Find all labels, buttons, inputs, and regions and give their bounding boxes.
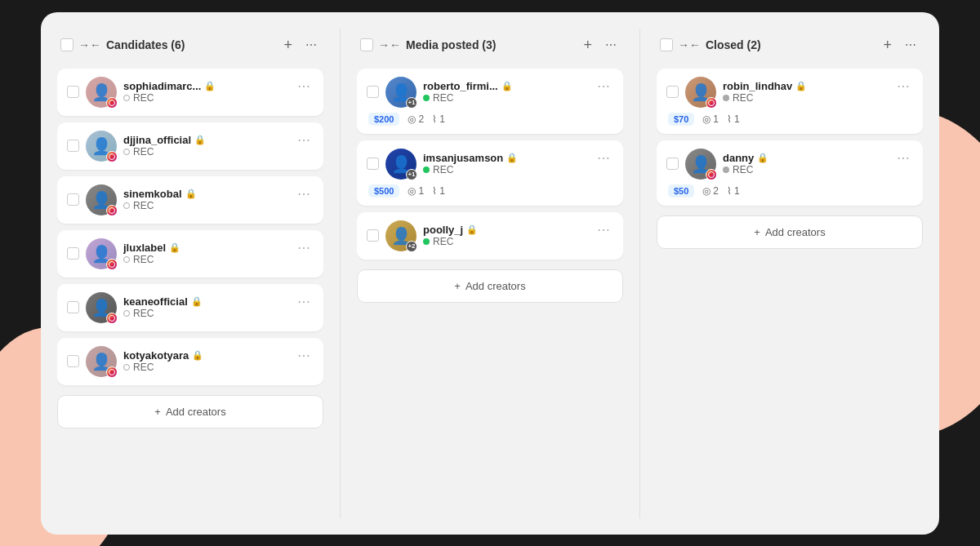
rec-status-dot (423, 95, 430, 101)
column-menu-button[interactable]: ⋯ (602, 37, 620, 53)
rec-status-dot (723, 95, 729, 101)
card-checkbox[interactable] (666, 158, 679, 170)
creator-card: 👤 +2 poolly_j 🔒 REC ⋯ (357, 212, 623, 260)
cards-area: 👤 +1 roberto_firmi... 🔒 REC ⋯ (357, 69, 623, 518)
creator-card: 👤 kotyakotyara 🔒 REC ⋯ (57, 338, 323, 385)
creator-name: jluxlabel 🔒 (123, 242, 287, 254)
column-add-button[interactable]: + (578, 35, 597, 55)
instagram-badge (106, 313, 118, 324)
card-checkbox[interactable] (367, 86, 379, 98)
column-arrows-icon: →← (378, 38, 401, 51)
card-menu-button[interactable]: ⋯ (594, 149, 613, 167)
rec-label: REC (733, 164, 753, 175)
card-top: 👤 keaneofficial 🔒 REC ⋯ (67, 292, 314, 323)
column-checkbox[interactable] (60, 38, 74, 51)
column-add-button[interactable]: + (278, 35, 297, 55)
plus-badge: +1 (406, 97, 417, 109)
card-meta: $50 ◎ 2 ⌇ 1 (666, 184, 913, 198)
card-menu-button[interactable]: ⋯ (594, 220, 613, 239)
card-menu-button[interactable]: ⋯ (294, 131, 314, 149)
chart-icon: ⌇ (432, 113, 437, 125)
chart-icon: ⌇ (432, 185, 437, 197)
column-arrows-icon: →← (678, 38, 701, 51)
card-checkbox[interactable] (67, 86, 79, 98)
rec-status-dot (123, 256, 130, 263)
rec-status-dot (123, 95, 130, 101)
plus-icon: + (454, 280, 461, 292)
creator-username: poolly_j (423, 224, 463, 236)
card-info: robin_lindhav 🔒 REC (723, 80, 887, 104)
instagram-badge (706, 97, 717, 109)
avatar-wrap: 👤 +2 (385, 220, 416, 251)
rec-label: REC (133, 200, 154, 211)
rec-row: REC (123, 308, 287, 319)
card-info: sinemkobal 🔒 REC (123, 188, 287, 211)
instagram-badge (106, 151, 118, 162)
price-badge: $200 (368, 113, 399, 126)
stat-chart: ⌇ 1 (727, 185, 740, 197)
eye-icon: ◎ (702, 113, 710, 125)
add-creators-button[interactable]: + Add creators (657, 215, 923, 249)
card-info: keaneofficial 🔒 REC (123, 295, 287, 319)
rec-label: REC (133, 92, 154, 104)
column-checkbox[interactable] (660, 38, 673, 51)
lock-icon: 🔒 (185, 189, 197, 199)
card-checkbox[interactable] (367, 229, 379, 242)
column-checkbox[interactable] (360, 38, 373, 51)
eye-icon: ◎ (408, 185, 416, 197)
rec-row: REC (123, 254, 287, 265)
avatar-wrap: 👤 (86, 346, 117, 377)
stat-chart: ⌇ 1 (727, 113, 740, 125)
plus-icon: + (154, 406, 161, 418)
creator-username: sinemkobal (123, 188, 182, 200)
column-header: →← Media posted (3) + ⋯ (357, 29, 623, 62)
card-menu-button[interactable]: ⋯ (294, 238, 314, 257)
instagram-badge (106, 259, 118, 270)
stat-views-value: 1 (418, 185, 424, 197)
card-meta: $200 ◎ 2 ⌇ 1 (367, 113, 613, 126)
card-checkbox[interactable] (67, 301, 79, 313)
card-checkbox[interactable] (67, 140, 79, 152)
card-checkbox[interactable] (67, 193, 79, 206)
creator-username: jluxlabel (123, 242, 166, 254)
card-info: jluxlabel 🔒 REC (123, 242, 287, 265)
card-menu-button[interactable]: ⋯ (893, 149, 913, 167)
card-checkbox[interactable] (367, 158, 379, 170)
card-menu-button[interactable]: ⋯ (294, 184, 314, 203)
card-menu-button[interactable]: ⋯ (594, 77, 613, 95)
column-menu-button[interactable]: ⋯ (302, 37, 320, 53)
lock-icon: 🔒 (191, 296, 203, 307)
creator-username: danny (723, 152, 754, 164)
card-top: 👤 djjina_official 🔒 REC ⋯ (67, 131, 314, 162)
card-checkbox[interactable] (67, 247, 79, 260)
card-menu-button[interactable]: ⋯ (893, 77, 913, 95)
price-badge: $500 (368, 184, 399, 198)
card-menu-button[interactable]: ⋯ (294, 77, 314, 95)
creator-card: 👤 danny 🔒 REC ⋯ $50 (657, 140, 923, 206)
column-title: Closed (2) (706, 38, 873, 51)
add-creators-button[interactable]: + Add creators (57, 395, 323, 428)
creator-name: imsanjusamson 🔒 (423, 152, 587, 164)
card-checkbox[interactable] (666, 86, 679, 98)
lock-icon: 🔒 (169, 242, 180, 253)
card-menu-button[interactable]: ⋯ (294, 292, 314, 311)
rec-status-dot (123, 202, 130, 209)
card-info: poolly_j 🔒 REC (423, 224, 587, 247)
rec-row: REC (723, 164, 887, 175)
card-top: 👤 sophiadimarc... 🔒 REC ⋯ (67, 77, 314, 108)
add-creators-button[interactable]: + Add creators (357, 269, 623, 303)
avatar-wrap: 👤 (86, 77, 117, 108)
rec-status-dot (423, 238, 430, 245)
creator-name: kotyakotyara 🔒 (123, 349, 287, 362)
price-badge: $70 (668, 113, 694, 126)
creator-card: 👤 jluxlabel 🔒 REC ⋯ (57, 230, 323, 277)
column-menu-button[interactable]: ⋯ (902, 37, 920, 53)
rec-row: REC (723, 92, 887, 104)
creator-name: sinemkobal 🔒 (123, 188, 287, 200)
column-add-button[interactable]: + (878, 35, 897, 55)
avatar-wrap: 👤 (86, 131, 117, 162)
stat-views: ◎ 2 (702, 185, 719, 197)
card-menu-button[interactable]: ⋯ (294, 346, 314, 365)
avatar-wrap: 👤 +1 (385, 77, 416, 108)
card-checkbox[interactable] (67, 355, 79, 367)
